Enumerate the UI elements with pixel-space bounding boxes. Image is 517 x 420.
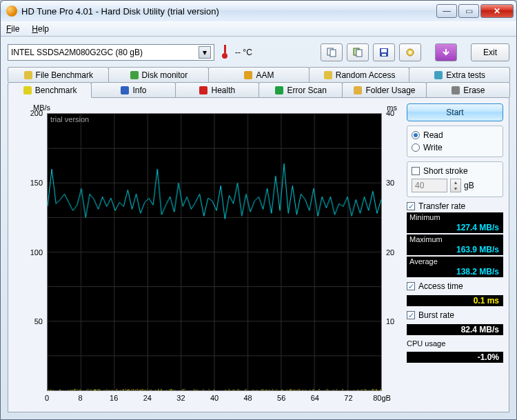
- tab-folder-usage[interactable]: Folder Usage: [342, 82, 426, 97]
- start-button[interactable]: Start: [407, 103, 503, 121]
- svg-rect-11: [244, 71, 252, 79]
- benchmark-panel: MB/s ms 50100150200 10203040 trial versi…: [8, 97, 509, 412]
- drive-select-value: INTEL SSDSA2M080G2GC (80 gB): [11, 48, 143, 57]
- tab-erase[interactable]: Erase: [426, 82, 510, 97]
- svg-rect-15: [121, 86, 129, 94]
- menu-help[interactable]: Help: [32, 24, 49, 34]
- svg-rect-1: [330, 50, 336, 57]
- tabstrip: File BenchmarkDisk monitorAAMRandom Acce…: [8, 67, 509, 97]
- tab-disk-monitor[interactable]: Disk monitor: [108, 67, 210, 82]
- svg-rect-18: [354, 86, 362, 94]
- short-stroke-check[interactable]: Short stroke: [412, 166, 498, 176]
- tab-error-scan[interactable]: Error Scan: [258, 82, 343, 97]
- tab-health[interactable]: Health: [175, 82, 259, 97]
- minimum-value: 127.4 MB/s: [407, 222, 503, 233]
- burst-rate-check[interactable]: ✓Burst rate: [407, 310, 503, 320]
- svg-rect-17: [275, 86, 283, 94]
- watermark: trial version: [50, 115, 89, 123]
- svg-rect-6: [382, 54, 386, 56]
- chart-area: MB/s ms 50100150200 10203040 trial versi…: [14, 103, 401, 406]
- copy-screenshot-button[interactable]: [347, 43, 369, 61]
- access-time-check[interactable]: ✓Access time: [407, 281, 503, 291]
- temperature-value: -- °C: [235, 48, 252, 57]
- run-button[interactable]: [435, 43, 457, 61]
- maximum-value: 163.9 MB/s: [407, 244, 503, 255]
- svg-rect-3: [356, 50, 362, 57]
- chevron-down-icon[interactable]: ▾: [199, 46, 211, 59]
- svg-rect-12: [324, 71, 332, 79]
- titlebar[interactable]: HD Tune Pro 4.01 - Hard Disk Utility (tr…: [1, 1, 516, 21]
- app-icon: [6, 6, 17, 17]
- save-button[interactable]: [373, 43, 395, 61]
- burst-rate-value: 82.4 MB/s: [407, 324, 503, 335]
- svg-rect-9: [24, 71, 32, 79]
- tab-file-benchmark[interactable]: File Benchmark: [8, 67, 109, 82]
- window-title: HD Tune Pro 4.01 - Hard Disk Utility (tr…: [21, 6, 436, 17]
- tab-info[interactable]: Info: [91, 82, 175, 97]
- short-stroke-spinner[interactable]: ▲▼: [450, 179, 461, 192]
- svg-rect-14: [23, 86, 32, 94]
- svg-rect-13: [434, 71, 443, 79]
- minimize-button[interactable]: ―: [436, 4, 457, 18]
- svg-rect-10: [130, 71, 139, 79]
- exit-button[interactable]: Exit: [471, 43, 509, 61]
- maximize-button[interactable]: ▭: [458, 4, 479, 18]
- tab-aam[interactable]: AAM: [208, 67, 310, 82]
- options-button[interactable]: [399, 43, 421, 61]
- copy-info-button[interactable]: [321, 43, 343, 61]
- menubar: File Help: [1, 21, 516, 37]
- sidebar: Start Read Write Short stroke ▲▼ gB ✓Tra…: [407, 103, 503, 406]
- access-time-value: 0.1 ms: [407, 295, 503, 306]
- read-radio[interactable]: Read: [412, 130, 498, 140]
- average-value: 138.2 MB/s: [407, 266, 503, 277]
- app-window: HD Tune Pro 4.01 - Hard Disk Utility (tr…: [0, 0, 517, 420]
- svg-rect-16: [199, 86, 207, 94]
- transfer-rate-check[interactable]: ✓Transfer rate: [407, 201, 503, 211]
- svg-rect-19: [452, 86, 460, 94]
- close-button[interactable]: ✕: [480, 4, 514, 18]
- write-radio[interactable]: Write: [412, 143, 498, 152]
- chart-canvas: trial version: [47, 113, 382, 391]
- thermometer-icon: [220, 45, 230, 60]
- svg-point-8: [409, 51, 412, 54]
- svg-rect-5: [381, 49, 387, 52]
- tab-extra-tests[interactable]: Extra tests: [409, 67, 510, 82]
- client-area: INTEL SSDSA2M080G2GC (80 gB) ▾ -- °C Exi…: [1, 37, 516, 419]
- short-stroke-input: [412, 179, 447, 192]
- drive-select[interactable]: INTEL SSDSA2M080G2GC (80 gB) ▾: [8, 44, 214, 61]
- tab-benchmark[interactable]: Benchmark: [8, 82, 92, 98]
- cpu-usage-label: CPU usage: [407, 339, 503, 348]
- cpu-usage-value: -1.0%: [407, 352, 503, 363]
- menu-file[interactable]: File: [6, 24, 19, 34]
- toolbar: INTEL SSDSA2M080G2GC (80 gB) ▾ -- °C Exi…: [8, 41, 509, 64]
- tab-random-access[interactable]: Random Access: [309, 67, 410, 82]
